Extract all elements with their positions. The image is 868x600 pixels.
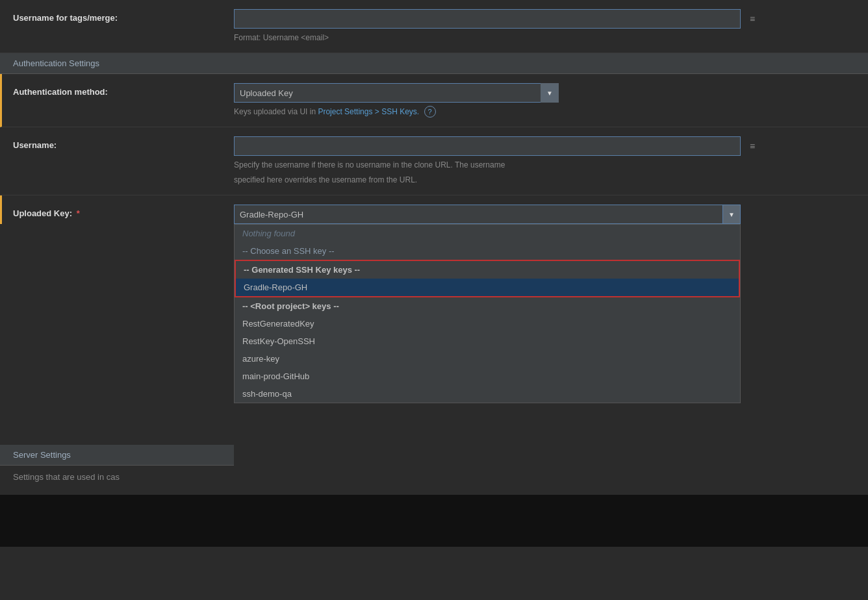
dropdown-rest-generated-key[interactable]: RestGeneratedKey bbox=[235, 315, 740, 332]
authentication-section-header: Authentication Settings bbox=[0, 53, 868, 74]
help-icon[interactable]: ? bbox=[424, 106, 436, 118]
username-tags-label: Username for tags/merge: bbox=[13, 9, 234, 23]
dropdown-generated-group: -- Generated SSH Key keys -- Gradle-Repo… bbox=[235, 260, 740, 297]
dropdown-root-project-header: -- <Root project> keys -- bbox=[235, 297, 740, 315]
dropdown-gradle-repo-gh-item[interactable]: Gradle-Repo-GH bbox=[236, 279, 739, 296]
uploaded-key-search-input[interactable] bbox=[234, 205, 722, 224]
uploaded-key-dropdown-btn[interactable]: ▼ bbox=[722, 205, 741, 224]
auth-method-row: Authentication method: Uploaded Key SSH … bbox=[0, 74, 868, 127]
username-content: ≡ Specify the username if there is no us… bbox=[234, 136, 855, 186]
auth-method-input-row: Uploaded Key SSH Agent Password ▼ bbox=[234, 83, 855, 103]
black-area bbox=[0, 495, 868, 547]
server-settings-area: Server Settings Settings that are used i… bbox=[0, 445, 868, 482]
settings-desc-row: Settings that are used in cas bbox=[0, 466, 868, 482]
username-tags-input[interactable] bbox=[234, 9, 741, 29]
dropdown-nothing-found: Nothing found bbox=[235, 225, 740, 242]
username-tags-input-row: ≡ bbox=[234, 9, 855, 29]
auth-method-hint-prefix: Keys uploaded via UI in bbox=[234, 107, 318, 116]
username-label: Username: bbox=[13, 136, 234, 150]
uploaded-key-dropdown-list: Nothing found -- Choose an SSH key -- --… bbox=[234, 224, 741, 403]
settings-desc-text: Settings that are used in cas bbox=[13, 472, 120, 482]
dropdown-generated-header: -- Generated SSH Key keys -- bbox=[236, 261, 739, 279]
uploaded-key-content: ▼ Nothing found -- Choose an SSH key -- … bbox=[234, 205, 855, 224]
dropdown-main-prod-github[interactable]: main-prod-GitHub bbox=[235, 368, 740, 385]
uploaded-key-label: Uploaded Key: * bbox=[13, 205, 234, 218]
dropdown-placeholder-item[interactable]: -- Choose an SSH key -- bbox=[235, 242, 740, 260]
uploaded-key-dropdown-container: ▼ Nothing found -- Choose an SSH key -- … bbox=[234, 205, 741, 224]
server-settings-header: Server Settings bbox=[0, 445, 234, 466]
settings-container: Username for tags/merge: ≡ Format: Usern… bbox=[0, 0, 868, 600]
username-list-icon[interactable]: ≡ bbox=[745, 138, 760, 154]
auth-method-label: Authentication method: bbox=[13, 83, 234, 97]
username-tags-list-icon[interactable]: ≡ bbox=[745, 11, 760, 27]
auth-method-hint: Keys uploaded via UI in Project Settings… bbox=[234, 106, 855, 118]
auth-method-select-wrapper: Uploaded Key SSH Agent Password ▼ bbox=[234, 83, 559, 103]
dropdown-ssh-demo-qa[interactable]: ssh-demo-qa bbox=[235, 385, 740, 403]
project-settings-link[interactable]: Project Settings > SSH Keys. bbox=[318, 107, 419, 116]
username-input-row: ≡ bbox=[234, 136, 855, 156]
username-hint2: specified here overrides the username fr… bbox=[234, 174, 855, 186]
username-tags-row: Username for tags/merge: ≡ Format: Usern… bbox=[0, 0, 868, 53]
username-input[interactable] bbox=[234, 136, 741, 156]
username-row: Username: ≡ Specify the username if ther… bbox=[0, 127, 868, 195]
auth-method-content: Uploaded Key SSH Agent Password ▼ Keys u… bbox=[234, 83, 855, 118]
uploaded-key-row: Uploaded Key: * ▼ Nothing found -- Choos… bbox=[0, 195, 868, 224]
username-hint1: Specify the username if there is no user… bbox=[234, 159, 855, 171]
username-tags-hint: Format: Username <email> bbox=[234, 32, 855, 44]
auth-method-select[interactable]: Uploaded Key SSH Agent Password bbox=[234, 83, 559, 103]
dropdown-rest-key-openssh[interactable]: RestKey-OpenSSH bbox=[235, 332, 740, 350]
uploaded-key-input-row: ▼ bbox=[234, 205, 741, 224]
dropdown-azure-key[interactable]: azure-key bbox=[235, 350, 740, 368]
username-tags-content: ≡ Format: Username <email> bbox=[234, 9, 855, 44]
uploaded-key-required: * bbox=[77, 208, 80, 218]
